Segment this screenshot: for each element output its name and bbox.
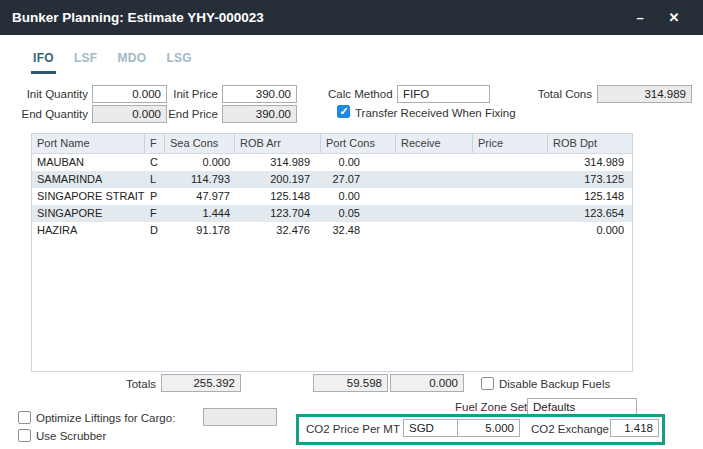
table-header-row: Port Name F Sea Cons ROB Arr Port Cons R… [32, 134, 632, 154]
cell-receive [396, 222, 473, 239]
calc-method-field[interactable] [397, 85, 490, 103]
cell-port-name: SAMARINDA [32, 171, 145, 188]
bunker-ports-table: Port Name F Sea Cons ROB Arr Port Cons R… [31, 133, 633, 372]
table-row[interactable]: SAMARINDA L 114.793 200.197 27.07 173.12… [32, 171, 632, 188]
cell-f: C [145, 154, 165, 171]
cell-rob-dpt: 173.125 [548, 171, 632, 188]
cell-rob-dpt: 125.148 [548, 188, 632, 205]
column-header-rob-dpt[interactable]: ROB Dpt [548, 134, 632, 153]
cell-price [473, 205, 548, 222]
column-header-port-cons[interactable]: Port Cons [321, 134, 396, 153]
init-price-label: Init Price [168, 88, 218, 100]
cell-port-name: SINGAPORE STRAIT [32, 188, 145, 205]
cell-sea-cons: 0.000 [165, 154, 235, 171]
table-row[interactable]: HAZIRA D 91.178 32.476 32.48 0.000 [32, 222, 632, 239]
column-header-receive[interactable]: Receive [396, 134, 473, 153]
cell-price [473, 188, 548, 205]
cell-port-cons: 0.00 [321, 154, 396, 171]
cell-receive [396, 171, 473, 188]
tab-lsg[interactable]: LSG [164, 51, 194, 74]
cell-price [473, 154, 548, 171]
cell-price [473, 222, 548, 239]
table-row[interactable]: MAUBAN C 0.000 314.989 0.00 314.989 [32, 154, 632, 171]
calc-method-label: Calc Method [328, 88, 392, 100]
column-header-rob-arr[interactable]: ROB Arr [235, 134, 321, 153]
co2-price-per-mt-label: CO2 Price Per MT [306, 423, 400, 435]
end-quantity-field [92, 105, 167, 123]
tab-ifo[interactable]: IFO [31, 51, 56, 74]
column-header-port-name[interactable]: Port Name [32, 134, 145, 153]
cell-f: F [145, 205, 165, 222]
disable-backup-fuels-checkbox[interactable] [481, 377, 494, 390]
cell-f: L [145, 171, 165, 188]
co2-exchange-rate-field[interactable] [610, 419, 659, 437]
fuel-tabs: IFO LSF MDO LSG [31, 51, 210, 74]
cell-receive [396, 205, 473, 222]
cell-port-name: MAUBAN [32, 154, 145, 171]
cell-rob-arr: 200.197 [235, 171, 321, 188]
fuel-zone-set-label: Fuel Zone Set [455, 401, 523, 413]
tab-mdo[interactable]: MDO [115, 51, 148, 74]
cell-sea-cons: 47.977 [165, 188, 235, 205]
optimize-liftings-checkbox[interactable] [18, 411, 31, 424]
cell-rob-dpt: 314.989 [548, 154, 632, 171]
cell-rob-arr: 314.989 [235, 154, 321, 171]
cell-port-name: SINGAPORE [32, 205, 145, 222]
cell-port-cons: 0.05 [321, 205, 396, 222]
transfer-received-label: Transfer Received When Fixing [355, 107, 516, 119]
cell-port-cons: 27.07 [321, 171, 396, 188]
cell-sea-cons: 91.178 [165, 222, 235, 239]
totals-sea-cons: 255.392 [161, 374, 241, 392]
totals-receive: 0.000 [390, 374, 464, 392]
disable-backup-fuels-label: Disable Backup Fuels [499, 378, 610, 390]
cell-port-name: HAZIRA [32, 222, 145, 239]
total-cons-field [597, 85, 692, 103]
tab-lsf[interactable]: LSF [72, 51, 100, 74]
use-scrubber-label: Use Scrubber [36, 430, 106, 442]
init-price-field[interactable] [222, 85, 297, 103]
co2-price-field[interactable] [457, 419, 520, 437]
optimize-liftings-label: Optimize Liftings for Cargo: [36, 412, 175, 424]
transfer-received-checkbox[interactable] [337, 105, 350, 118]
optimize-liftings-field [203, 408, 277, 426]
cell-rob-arr: 123.704 [235, 205, 321, 222]
column-header-sea-cons[interactable]: Sea Cons [165, 134, 235, 153]
total-cons-label: Total Cons [535, 88, 592, 100]
cell-f: P [145, 188, 165, 205]
init-quantity-field[interactable] [92, 85, 167, 103]
cell-sea-cons: 114.793 [165, 171, 235, 188]
titlebar: Bunker Planning: Estimate YHY-000023 – ✕ [0, 0, 703, 35]
minimize-icon[interactable]: – [623, 10, 657, 25]
end-quantity-label: End Quantity [4, 108, 88, 120]
co2-currency-field[interactable] [403, 419, 458, 437]
cell-port-cons: 32.48 [321, 222, 396, 239]
totals-port-cons: 59.598 [313, 374, 388, 392]
cell-rob-arr: 32.476 [235, 222, 321, 239]
cell-receive [396, 154, 473, 171]
cell-receive [396, 188, 473, 205]
column-header-price[interactable]: Price [473, 134, 548, 153]
dialog-title: Bunker Planning: Estimate YHY-000023 [12, 10, 623, 25]
cell-rob-dpt: 123.654 [548, 205, 632, 222]
cell-price [473, 171, 548, 188]
init-quantity-label: Init Quantity [4, 88, 88, 100]
table-row[interactable]: SINGAPORE STRAIT P 47.977 125.148 0.00 1… [32, 188, 632, 205]
use-scrubber-checkbox[interactable] [18, 429, 31, 442]
cell-rob-arr: 125.148 [235, 188, 321, 205]
close-icon[interactable]: ✕ [657, 10, 691, 25]
table-row[interactable]: SINGAPORE F 1.444 123.704 0.05 123.654 [32, 205, 632, 222]
cell-rob-dpt: 0.000 [548, 222, 632, 239]
end-price-field [222, 105, 297, 123]
column-header-f[interactable]: F [145, 134, 165, 153]
cell-f: D [145, 222, 165, 239]
bunker-planning-dialog: Bunker Planning: Estimate YHY-000023 – ✕… [0, 0, 703, 449]
end-price-label: End Price [168, 108, 218, 120]
cell-sea-cons: 1.444 [165, 205, 235, 222]
cell-port-cons: 0.00 [321, 188, 396, 205]
totals-label: Totals [98, 378, 156, 390]
